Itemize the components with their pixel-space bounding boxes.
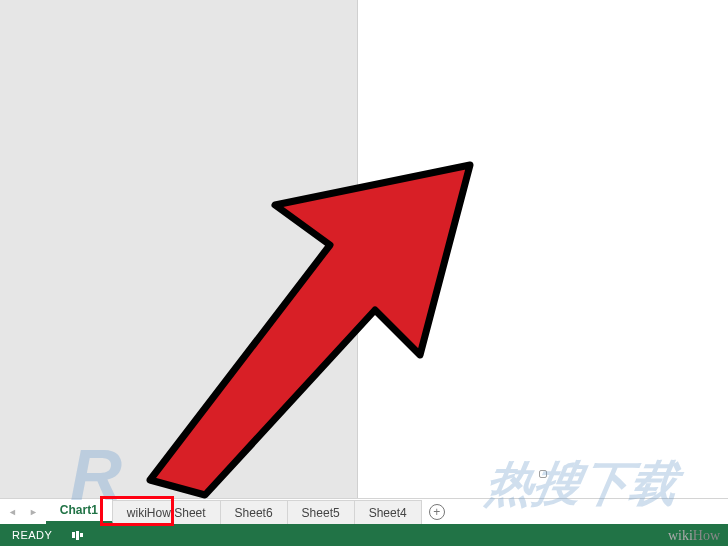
- tab-chart1[interactable]: Chart1: [46, 498, 113, 524]
- macro-record-icon[interactable]: [72, 531, 83, 540]
- status-ready: READY: [12, 529, 52, 541]
- chart-canvas[interactable]: [358, 0, 728, 498]
- status-bar: READY: [0, 524, 728, 546]
- tab-sheet6[interactable]: Sheet6: [221, 500, 288, 524]
- tab-sheet5[interactable]: Sheet5: [288, 500, 355, 524]
- plus-icon: +: [429, 504, 445, 520]
- add-sheet-button[interactable]: +: [422, 499, 452, 524]
- sheet-tab-strip: ◄ ► Chart1 wikiHow Sheet Sheet6 Sheet5 S…: [0, 498, 728, 524]
- tab-navigation: ◄ ►: [0, 499, 46, 524]
- tab-prev-icon[interactable]: ◄: [8, 507, 17, 517]
- tabs-container: Chart1 wikiHow Sheet Sheet6 Sheet5 Sheet…: [46, 499, 422, 524]
- watermark-how: How: [693, 528, 720, 543]
- watermark-wiki: wiki: [668, 528, 693, 543]
- tab-next-icon[interactable]: ►: [29, 507, 38, 517]
- left-pane: [0, 0, 358, 498]
- tab-sheet4[interactable]: Sheet4: [355, 500, 422, 524]
- workspace: [0, 0, 728, 498]
- tab-wikihow-sheet[interactable]: wikiHow Sheet: [113, 500, 221, 524]
- watermark-wikihow: wikiHow: [668, 528, 720, 544]
- resize-handle-bottom[interactable]: [539, 470, 547, 478]
